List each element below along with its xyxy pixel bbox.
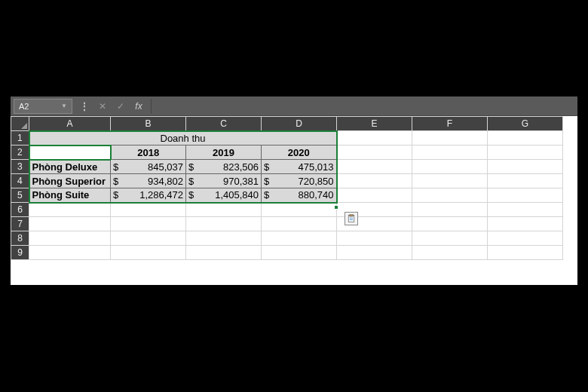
col-header-d[interactable]: D — [262, 117, 337, 131]
formula-bar: A2 ▼ ⋮ ✕ ✓ fx — [11, 96, 577, 116]
cell[interactable] — [337, 160, 412, 174]
cell[interactable] — [29, 203, 111, 217]
currency-symbol: $ — [264, 161, 269, 173]
cell[interactable] — [337, 188, 412, 203]
cell[interactable] — [488, 217, 563, 231]
col-header-e[interactable]: E — [337, 117, 412, 131]
row-header-2[interactable]: 2 — [11, 145, 29, 160]
fx-button[interactable]: fx — [130, 99, 147, 114]
cell[interactable] — [488, 246, 563, 260]
cell[interactable] — [412, 174, 488, 188]
col-header-g[interactable]: G — [488, 117, 563, 131]
cell[interactable] — [337, 174, 412, 188]
svg-rect-3 — [350, 219, 354, 219]
cell[interactable] — [262, 246, 337, 260]
cell[interactable] — [412, 188, 488, 203]
cell[interactable] — [337, 246, 412, 260]
row-header-4[interactable]: 4 — [11, 174, 29, 188]
cell[interactable] — [111, 217, 186, 231]
cell-value: 720,850 — [269, 176, 333, 187]
cell[interactable] — [262, 217, 337, 231]
clipboard-icon — [347, 214, 356, 223]
currency-symbol: $ — [188, 189, 194, 201]
currency-symbol: $ — [188, 176, 194, 187]
cell[interactable] — [29, 231, 111, 246]
data-cell[interactable]: $823,506 — [186, 160, 262, 174]
data-cell[interactable]: $475,013 — [262, 160, 337, 174]
col-header-b[interactable]: B — [111, 117, 186, 131]
fill-handle[interactable] — [334, 205, 338, 210]
year-header[interactable]: 2020 — [262, 145, 337, 160]
currency-symbol: $ — [113, 176, 118, 187]
cell[interactable] — [111, 246, 186, 260]
cell[interactable] — [29, 246, 111, 260]
select-all-corner[interactable] — [11, 117, 29, 131]
cell[interactable] — [111, 231, 186, 246]
paste-options-button[interactable] — [345, 212, 358, 225]
cell[interactable] — [262, 203, 337, 217]
cell[interactable] — [412, 145, 488, 160]
title-cell[interactable]: Doanh thu — [29, 131, 337, 145]
row-label[interactable]: Phòng Deluxe — [29, 160, 111, 174]
cell[interactable] — [111, 203, 186, 217]
grid-area: A B C D E F G 1 Doanh thu 2 2018 2019 — [11, 116, 577, 285]
spreadsheet-grid[interactable]: A B C D E F G 1 Doanh thu 2 2018 2019 — [11, 116, 563, 260]
col-header-a[interactable]: A — [29, 117, 111, 131]
cell[interactable] — [29, 217, 111, 231]
year-header[interactable]: 2018 — [111, 145, 186, 160]
cell[interactable] — [337, 231, 412, 246]
cell[interactable] — [262, 231, 337, 246]
cell[interactable] — [412, 231, 488, 246]
currency-symbol: $ — [113, 161, 118, 173]
data-cell[interactable]: $845,037 — [111, 160, 186, 174]
cancel-button[interactable]: ✕ — [94, 99, 111, 114]
cell-value: 1,286,472 — [118, 189, 183, 201]
year-header[interactable]: 2019 — [186, 145, 262, 160]
cell[interactable] — [186, 231, 262, 246]
cell-value: 934,802 — [118, 176, 183, 187]
cell[interactable] — [412, 217, 488, 231]
cell[interactable] — [488, 131, 563, 145]
cell[interactable] — [488, 203, 563, 217]
row-header-1[interactable]: 1 — [11, 131, 29, 145]
cell[interactable] — [488, 145, 563, 160]
spreadsheet-app: A2 ▼ ⋮ ✕ ✓ fx A B C D E F G 1 Doanh thu — [11, 96, 577, 285]
currency-symbol: $ — [113, 189, 118, 201]
cell[interactable] — [412, 131, 488, 145]
formula-input[interactable] — [151, 99, 577, 114]
cell[interactable] — [412, 203, 488, 217]
row-header-7[interactable]: 7 — [11, 217, 29, 231]
data-cell[interactable]: $1,286,472 — [111, 188, 186, 203]
row-label[interactable]: Phòng Suite — [29, 188, 111, 203]
active-cell[interactable] — [29, 145, 111, 160]
cell[interactable] — [412, 246, 488, 260]
row-label[interactable]: Phòng Superior — [29, 174, 111, 188]
data-cell[interactable]: $1,405,840 — [186, 188, 262, 203]
cell[interactable] — [488, 231, 563, 246]
cell[interactable] — [488, 188, 563, 203]
data-cell[interactable]: $880,740 — [262, 188, 337, 203]
data-cell[interactable]: $934,802 — [111, 174, 186, 188]
cell[interactable] — [488, 174, 563, 188]
cell[interactable] — [186, 246, 262, 260]
row-header-3[interactable]: 3 — [11, 160, 29, 174]
data-cell[interactable]: $720,850 — [262, 174, 337, 188]
data-cell[interactable]: $970,381 — [186, 174, 262, 188]
cell[interactable] — [337, 145, 412, 160]
row-header-9[interactable]: 9 — [11, 246, 29, 260]
cell[interactable] — [186, 217, 262, 231]
row-header-8[interactable]: 8 — [11, 231, 29, 246]
confirm-button[interactable]: ✓ — [112, 99, 129, 114]
cell[interactable] — [488, 160, 563, 174]
cell-value: 845,037 — [118, 161, 183, 173]
row-header-5[interactable]: 5 — [11, 188, 29, 203]
name-box[interactable]: A2 ▼ — [14, 99, 72, 114]
col-header-c[interactable]: C — [186, 117, 262, 131]
separator: ⋮ — [80, 101, 89, 112]
cell[interactable] — [337, 131, 412, 145]
cell[interactable] — [186, 203, 262, 217]
row-header-6[interactable]: 6 — [11, 203, 29, 217]
cell-value: 880,740 — [269, 189, 333, 201]
cell[interactable] — [412, 160, 488, 174]
col-header-f[interactable]: F — [412, 117, 488, 131]
